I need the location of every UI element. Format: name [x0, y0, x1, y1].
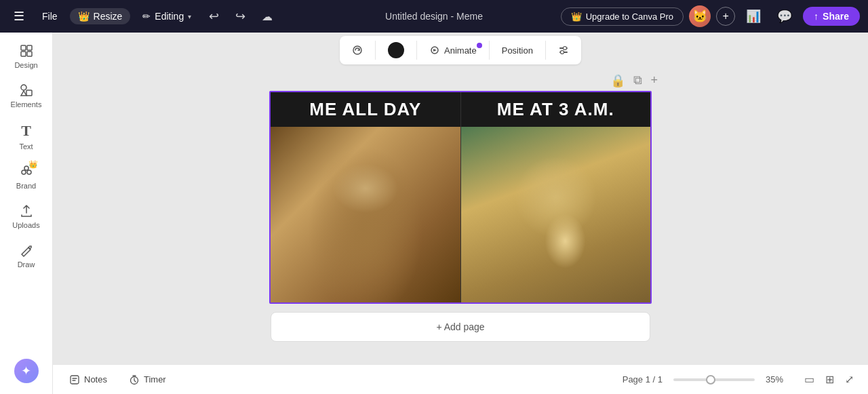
- brand-crown-icon: 👑: [28, 160, 38, 169]
- svg-point-57: [547, 215, 564, 228]
- main-layout: Design Elements T Text: [0, 33, 868, 394]
- sidebar-item-label: Text: [19, 142, 33, 151]
- svg-point-49: [498, 207, 515, 222]
- add-page-button[interactable]: + Add page: [271, 312, 650, 342]
- hamburger-menu[interactable]: ☰: [8, 6, 30, 26]
- sidebar-item-uploads[interactable]: Uploads: [3, 198, 50, 235]
- resize-button[interactable]: 👑 Resize: [70, 8, 131, 24]
- svg-rect-1: [27, 45, 32, 50]
- avatar[interactable]: 🐱: [689, 5, 711, 27]
- bottombar: Notes Timer Page 1 / 1 35% ▭ ⊞ ⤢: [53, 364, 868, 394]
- more-options-button[interactable]: [551, 41, 576, 59]
- lock-button[interactable]: 🔒: [610, 73, 625, 88]
- topbar: ☰ File 👑 Resize ✏ Editing ▾ ↩ ↪ ☁ Untitl…: [0, 0, 868, 33]
- svg-point-50: [591, 201, 618, 226]
- meme-panel-right: ME AT 3 A.M.: [461, 92, 651, 302]
- svg-rect-63: [71, 376, 79, 384]
- crown-icon: 👑: [78, 11, 90, 22]
- document-title[interactable]: Untitled design - Meme: [385, 11, 483, 22]
- svg-point-30: [337, 153, 393, 188]
- svg-point-23: [317, 168, 413, 254]
- sidebar-item-label: Brand: [16, 182, 36, 190]
- svg-rect-0: [21, 45, 26, 50]
- svg-point-21: [306, 218, 425, 302]
- magic-assistant-button[interactable]: ✦: [14, 359, 39, 383]
- undo-button[interactable]: ↩: [203, 6, 224, 26]
- single-view-button[interactable]: ▭: [801, 371, 818, 388]
- zoom-slider[interactable]: [673, 378, 755, 381]
- color-picker-button[interactable]: [381, 39, 411, 62]
- left-sidebar: Design Elements T Text: [0, 33, 53, 394]
- comments-button[interactable]: 💬: [772, 6, 797, 26]
- svg-point-58: [548, 220, 554, 225]
- resize-label: Resize: [94, 11, 123, 22]
- svg-rect-3: [27, 52, 32, 56]
- fullscreen-button[interactable]: ⤢: [842, 371, 857, 388]
- add-page-label: + Add page: [436, 321, 484, 332]
- svg-point-48: [492, 201, 520, 226]
- toolbar-divider: [489, 41, 490, 60]
- crown-upgrade-icon: 👑: [571, 12, 582, 22]
- position-button[interactable]: Position: [495, 42, 540, 59]
- toolbar-divider: [545, 41, 546, 60]
- canvas-wrapper[interactable]: 🔒 ⧉ + ME ALL DAY: [53, 68, 868, 364]
- design-icon: [19, 43, 34, 58]
- notes-button[interactable]: Notes: [64, 372, 113, 388]
- file-menu[interactable]: File: [35, 8, 64, 24]
- view-toggle: ▭ ⊞ ⤢: [801, 371, 857, 388]
- svg-point-51: [596, 207, 613, 222]
- svg-rect-19: [271, 186, 460, 214]
- toolbar-divider: [416, 41, 417, 60]
- svg-point-35: [378, 207, 382, 211]
- meme-right-text: ME AT 3 A.M.: [461, 92, 651, 127]
- svg-rect-18: [271, 158, 460, 182]
- analytics-button[interactable]: 📊: [741, 6, 766, 26]
- svg-point-40: [465, 148, 535, 218]
- svg-point-41: [580, 137, 644, 200]
- share-label: Share: [823, 11, 849, 22]
- svg-point-24: [330, 184, 401, 251]
- page-indicator: Page 1 / 1: [623, 374, 663, 385]
- more-canvas-button[interactable]: +: [650, 73, 658, 88]
- svg-point-42: [570, 225, 626, 281]
- upgrade-button[interactable]: 👑 Upgrade to Canva Pro: [561, 7, 684, 26]
- editing-label: Editing: [155, 11, 184, 22]
- draw-icon: [19, 243, 34, 258]
- svg-point-38: [367, 220, 374, 226]
- meme-panel-left: ME ALL DAY: [271, 92, 461, 302]
- svg-point-7: [22, 170, 26, 174]
- redo-button[interactable]: ↪: [230, 6, 251, 26]
- editing-mode-button[interactable]: ✏ Editing ▾: [136, 8, 198, 24]
- meme-canvas[interactable]: ME ALL DAY: [269, 91, 652, 304]
- cloud-save-button[interactable]: ☁: [256, 7, 278, 26]
- canvas-controls: 🔒 ⧉ +: [610, 73, 658, 88]
- sidebar-item-text[interactable]: T Text: [3, 117, 50, 156]
- replace-image-button[interactable]: [345, 41, 370, 59]
- zoom-thumb[interactable]: [706, 375, 715, 385]
- sidebar-item-elements[interactable]: Elements: [3, 77, 50, 114]
- sidebar-item-brand[interactable]: 👑 Brand: [3, 159, 50, 195]
- canvas-area: Animate Position: [53, 33, 868, 394]
- add-collaborator-button[interactable]: +: [716, 7, 735, 26]
- copy-button[interactable]: ⧉: [633, 73, 642, 88]
- svg-rect-17: [271, 127, 460, 155]
- timer-icon: [129, 374, 140, 385]
- svg-point-28: [404, 203, 420, 218]
- svg-point-31: [332, 193, 399, 212]
- grid-view-button[interactable]: ⊞: [822, 371, 837, 388]
- share-button[interactable]: ↑ Share: [803, 7, 860, 26]
- position-label: Position: [502, 45, 533, 56]
- toolbar-group: Animate Position: [340, 36, 581, 64]
- timer-button[interactable]: Timer: [123, 372, 172, 388]
- sidebar-item-draw[interactable]: Draw: [3, 237, 50, 274]
- svg-point-45: [505, 165, 606, 256]
- svg-rect-16: [271, 127, 460, 302]
- svg-rect-20: [271, 218, 460, 245]
- sidebar-item-label: Uploads: [12, 221, 39, 229]
- zoom-value: 35%: [766, 374, 790, 385]
- animate-button[interactable]: Animate: [422, 41, 484, 59]
- svg-point-25: [307, 199, 332, 222]
- svg-point-10: [353, 46, 361, 54]
- svg-point-36: [355, 214, 375, 229]
- sidebar-item-design[interactable]: Design: [3, 38, 50, 75]
